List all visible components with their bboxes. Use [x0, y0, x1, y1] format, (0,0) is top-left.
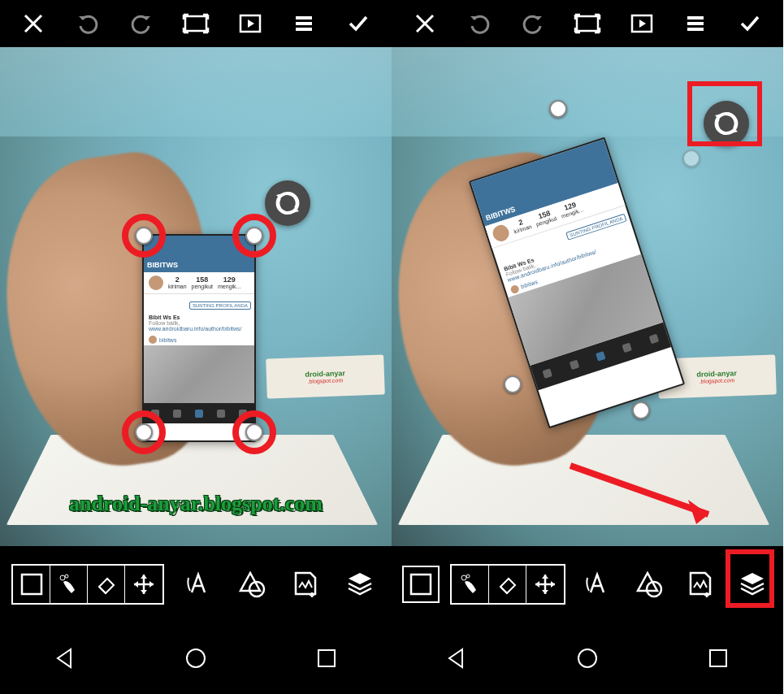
- bottom-toolbar: [392, 546, 783, 622]
- rotate-button[interactable]: [265, 180, 310, 226]
- play-icon[interactable]: [234, 7, 266, 40]
- close-icon[interactable]: [17, 7, 50, 40]
- redo-icon[interactable]: [517, 7, 549, 40]
- highlight-circle: [122, 410, 166, 454]
- tool-image-icon[interactable]: [680, 564, 721, 605]
- svg-rect-13: [687, 16, 704, 20]
- resize-handle-bl[interactable]: [504, 375, 522, 393]
- svg-rect-21: [710, 650, 726, 666]
- confirm-icon[interactable]: [734, 7, 766, 40]
- tool-group-transform: [450, 564, 565, 605]
- confirm-icon[interactable]: [342, 7, 375, 40]
- menu-icon[interactable]: [288, 7, 320, 40]
- play-icon[interactable]: [626, 7, 658, 40]
- canvas[interactable]: droid-anyar .blogspot.com BIBITWS 2kirim…: [392, 47, 783, 546]
- resize-handle-br[interactable]: [632, 401, 650, 419]
- nav-home-icon[interactable]: [176, 639, 215, 678]
- highlight-circle: [232, 410, 276, 454]
- tool-move-icon[interactable]: [125, 566, 162, 603]
- overlay-bio: Bibit Ws Es Follow balik, www.androidbar…: [144, 312, 254, 334]
- highlight-circle: [232, 214, 276, 258]
- svg-rect-16: [411, 575, 431, 594]
- tool-brush-icon[interactable]: [50, 566, 88, 603]
- highlight-box-rotate: [687, 81, 762, 146]
- tool-selection-icon[interactable]: [13, 566, 50, 603]
- svg-point-9: [187, 649, 205, 667]
- bottom-toolbar: [0, 546, 392, 622]
- redo-icon[interactable]: [125, 7, 158, 40]
- tool-selection-icon[interactable]: [402, 566, 440, 603]
- fit-screen-icon[interactable]: [180, 7, 212, 40]
- svg-rect-10: [318, 650, 335, 666]
- svg-point-7: [65, 575, 68, 578]
- svg-rect-15: [687, 28, 704, 31]
- tool-layers-icon[interactable]: [340, 564, 380, 605]
- android-nav-bar: [392, 622, 783, 694]
- editor-panel-left: droid-anyar .blogspot.com BIBITWS 2kirim…: [0, 0, 392, 694]
- svg-rect-0: [185, 16, 206, 31]
- canvas[interactable]: droid-anyar .blogspot.com BIBITWS 2kirim…: [0, 47, 392, 546]
- tool-move-icon[interactable]: [526, 566, 564, 603]
- close-icon[interactable]: [409, 7, 441, 40]
- overlay-stats: 2kiriman 158pengikut 129mengik...: [144, 272, 254, 294]
- svg-rect-11: [577, 16, 598, 31]
- nav-back-icon[interactable]: [437, 639, 476, 678]
- tool-eraser-icon[interactable]: [489, 566, 526, 603]
- svg-rect-5: [22, 575, 41, 594]
- top-toolbar: [0, 0, 392, 47]
- undo-icon[interactable]: [463, 7, 496, 40]
- nav-home-icon[interactable]: [568, 639, 607, 678]
- tool-text-icon[interactable]: [178, 564, 219, 605]
- svg-point-17: [461, 575, 466, 580]
- tool-shape-icon[interactable]: [232, 564, 272, 605]
- tool-shape-icon[interactable]: [629, 564, 669, 605]
- nav-recent-icon[interactable]: [307, 639, 346, 678]
- resize-handle-tl[interactable]: [549, 100, 567, 118]
- top-toolbar: [392, 0, 783, 47]
- tool-group-transform: [11, 564, 164, 605]
- svg-point-18: [466, 575, 470, 578]
- editor-panel-right: droid-anyar .blogspot.com BIBITWS 2kirim…: [392, 0, 783, 694]
- overlay-image[interactable]: BIBITWS 2kiriman 158pengikut 129mengik..…: [142, 234, 256, 442]
- svg-rect-4: [296, 28, 312, 31]
- undo-icon[interactable]: [71, 7, 104, 40]
- fit-screen-icon[interactable]: [571, 7, 604, 40]
- watermark: android-anyar.blogspot.com: [0, 492, 392, 516]
- menu-icon[interactable]: [679, 7, 712, 40]
- svg-rect-14: [687, 22, 704, 25]
- tool-brush-icon[interactable]: [452, 566, 489, 603]
- svg-rect-2: [296, 16, 312, 20]
- tool-eraser-icon[interactable]: [88, 566, 125, 603]
- resize-handle-tr[interactable]: [682, 150, 700, 167]
- svg-point-6: [60, 575, 65, 580]
- nav-recent-icon[interactable]: [699, 639, 738, 678]
- highlight-arrow: [562, 458, 741, 531]
- tool-text-icon[interactable]: [577, 564, 617, 605]
- tool-image-icon[interactable]: [285, 564, 326, 605]
- nav-back-icon[interactable]: [45, 639, 84, 678]
- svg-point-20: [578, 649, 596, 667]
- highlight-box-layers: [726, 549, 774, 608]
- android-nav-bar: [0, 622, 392, 694]
- paper-label: droid-anyar .blogspot.com: [266, 354, 384, 398]
- highlight-circle: [122, 214, 166, 258]
- svg-rect-3: [296, 22, 312, 25]
